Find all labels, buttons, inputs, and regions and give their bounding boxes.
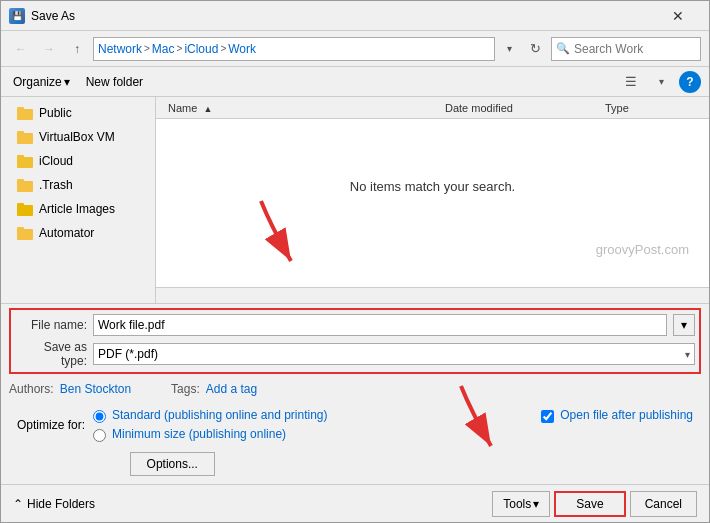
folder-icon [17, 203, 33, 216]
save-as-type-row: Save as type: PDF (*.pdf) ▾ [15, 340, 695, 368]
breadcrumb-dropdown[interactable]: ▾ [499, 37, 519, 61]
folder-icon [17, 107, 33, 120]
breadcrumb-sep1: > [144, 43, 150, 54]
open-file-checkbox[interactable] [541, 410, 554, 423]
optimize-area: Optimize for: Standard (publishing onlin… [1, 400, 709, 484]
sidebar-item-label: Article Images [39, 202, 115, 216]
content-body: No items match your search. groovyPost.c… [156, 119, 709, 287]
col-name-header[interactable]: Name ▲ [164, 100, 441, 116]
dialog-icon: 💾 [9, 8, 25, 24]
file-form-section: File name: ▾ Save as type: PDF (*.pdf) ▾ [1, 303, 709, 378]
open-file-checkbox-row: Open file after publishing [541, 408, 693, 423]
folder-icon [17, 131, 33, 144]
options-button[interactable]: Options... [130, 452, 215, 476]
save-as-dropdown[interactable]: PDF (*.pdf) ▾ [93, 343, 695, 365]
new-folder-label: New folder [86, 75, 143, 89]
folder-icon [17, 227, 33, 240]
col-type-header[interactable]: Type [601, 100, 701, 116]
sidebar-item-icloud[interactable]: iCloud [1, 149, 155, 173]
optimize-label-row: Optimize for: Standard (publishing onlin… [17, 408, 328, 442]
organize-button[interactable]: Organize ▾ [9, 73, 74, 91]
tags-value[interactable]: Add a tag [206, 382, 257, 396]
sort-arrow: ▲ [203, 104, 212, 114]
open-file-label[interactable]: Open file after publishing [560, 408, 693, 422]
folder-icon [17, 155, 33, 168]
optimize-left: Optimize for: Standard (publishing onlin… [17, 408, 328, 476]
save-button[interactable]: Save [554, 491, 625, 517]
file-name-row: File name: ▾ [15, 314, 695, 336]
new-folder-button[interactable]: New folder [82, 73, 147, 91]
radio-standard-input[interactable] [93, 410, 106, 423]
radio-minimum-input[interactable] [93, 429, 106, 442]
authors-label: Authors: [9, 382, 54, 396]
radio-standard: Standard (publishing online and printing… [93, 408, 327, 423]
breadcrumb[interactable]: Network > Mac > iCloud > Work [93, 37, 495, 61]
file-form-highlight: File name: ▾ Save as type: PDF (*.pdf) ▾ [9, 308, 701, 374]
view-button[interactable]: ☰ [619, 70, 643, 94]
title-bar: 💾 Save As ✕ [1, 1, 709, 31]
optimize-right: Open file after publishing [541, 408, 693, 476]
organize-label: Organize [13, 75, 62, 89]
file-name-input[interactable] [93, 314, 667, 336]
authors-value[interactable]: Ben Stockton [60, 382, 131, 396]
folder-icon [17, 179, 33, 192]
action-bar: ⌃ Hide Folders Tools ▾ Save Cancel [1, 484, 709, 522]
view-dropdown[interactable]: ▾ [651, 70, 671, 94]
content-area: Name ▲ Date modified Type No items match… [156, 97, 709, 303]
tags-label: Tags: [171, 382, 200, 396]
radio-group: Standard (publishing online and printing… [93, 408, 327, 442]
dialog-title: Save As [31, 9, 655, 23]
breadcrumb-sep2: > [177, 43, 183, 54]
close-button[interactable]: ✕ [655, 1, 701, 31]
file-name-dropdown[interactable]: ▾ [673, 314, 695, 336]
meta-row: Authors: Ben Stockton Tags: Add a tag [1, 378, 709, 400]
refresh-button[interactable]: ↻ [523, 37, 547, 61]
sidebar-item-trash[interactable]: .Trash [1, 173, 155, 197]
sidebar-item-label: .Trash [39, 178, 73, 192]
tools-button[interactable]: Tools ▾ [492, 491, 550, 517]
search-input[interactable] [574, 42, 710, 56]
organize-arrow: ▾ [64, 75, 70, 89]
back-button[interactable]: ← [9, 37, 33, 61]
dropdown-arrow-icon: ▾ [685, 349, 690, 360]
sidebar-item-automator[interactable]: Automator [1, 221, 155, 245]
authors-group: Authors: Ben Stockton [9, 382, 131, 396]
cancel-button[interactable]: Cancel [630, 491, 697, 517]
sidebar-item-label: VirtualBox VM [39, 130, 115, 144]
file-name-label: File name: [15, 318, 87, 332]
col-date-header[interactable]: Date modified [441, 100, 601, 116]
save-as-label: Save as type: [15, 340, 87, 368]
breadcrumb-mac[interactable]: Mac [152, 42, 175, 56]
toolbar: Organize ▾ New folder ☰ ▾ ? [1, 67, 709, 97]
breadcrumb-network[interactable]: Network [98, 42, 142, 56]
forward-button[interactable]: → [37, 37, 61, 61]
address-bar: ← → ↑ Network > Mac > iCloud > Work ▾ ↻ … [1, 31, 709, 67]
save-as-value: PDF (*.pdf) [98, 347, 158, 361]
breadcrumb-sep3: > [220, 43, 226, 54]
tools-arrow-icon: ▾ [533, 497, 539, 511]
hide-folders-button[interactable]: ⌃ Hide Folders [13, 497, 95, 511]
tags-group: Tags: Add a tag [171, 382, 257, 396]
help-button[interactable]: ? [679, 71, 701, 93]
sidebar: Public VirtualBox VM iCloud .Trash Artic… [1, 97, 156, 303]
horizontal-scrollbar[interactable] [156, 287, 709, 303]
optimize-label: Optimize for: [17, 418, 85, 432]
sidebar-item-label: Public [39, 106, 72, 120]
sidebar-item-article-images[interactable]: Article Images [1, 197, 155, 221]
search-icon: 🔍 [556, 42, 570, 55]
radio-standard-label[interactable]: Standard (publishing online and printing… [112, 408, 327, 422]
sidebar-item-public[interactable]: Public [1, 101, 155, 125]
up-button[interactable]: ↑ [65, 37, 89, 61]
sidebar-item-virtualbox[interactable]: VirtualBox VM [1, 125, 155, 149]
hide-folders-label: Hide Folders [27, 497, 95, 511]
breadcrumb-icloud[interactable]: iCloud [184, 42, 218, 56]
main-area: Public VirtualBox VM iCloud .Trash Artic… [1, 97, 709, 303]
breadcrumb-work[interactable]: Work [228, 42, 256, 56]
empty-message: No items match your search. [350, 179, 515, 194]
hide-folders-icon: ⌃ [13, 497, 23, 511]
radio-minimum: Minimum size (publishing online) [93, 427, 327, 442]
sidebar-item-label: Automator [39, 226, 94, 240]
search-box[interactable]: 🔍 [551, 37, 701, 61]
sidebar-item-label: iCloud [39, 154, 73, 168]
radio-minimum-label[interactable]: Minimum size (publishing online) [112, 427, 286, 441]
